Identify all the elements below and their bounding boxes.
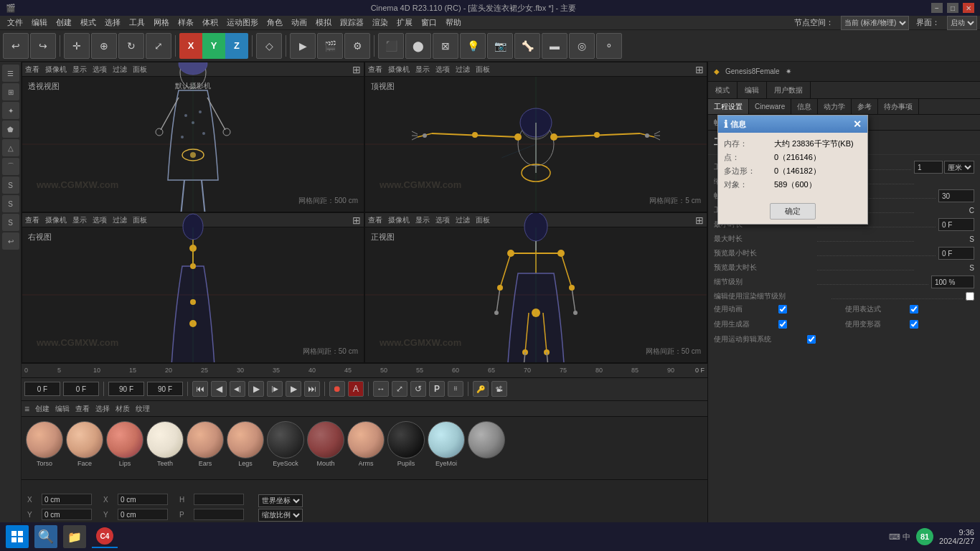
vp4-display[interactable]: 显示 (415, 215, 430, 225)
material-button[interactable]: ◎ (569, 33, 595, 59)
mat-texture[interactable]: 纹理 (136, 404, 150, 414)
vp1-view[interactable]: 查看 (25, 65, 39, 75)
mat-item-eyemoi[interactable]: EyeMoi (428, 421, 465, 475)
menu-mesh[interactable]: 网格 (149, 17, 174, 28)
dots-button[interactable]: ⠿ (448, 381, 463, 397)
menu-window[interactable]: 窗口 (417, 17, 441, 28)
mat-material[interactable]: 材质 (116, 404, 130, 414)
tab2-info[interactable]: 信息 (791, 99, 818, 114)
lp-btn-2[interactable]: ⊞ (2, 83, 19, 100)
vp4-view[interactable]: 查看 (368, 215, 382, 225)
frame-field-2[interactable] (108, 382, 144, 396)
undo-button[interactable]: ↩ (3, 33, 29, 59)
next-key-button[interactable]: |▶ (267, 381, 283, 397)
prop-min-time-input[interactable] (938, 218, 974, 231)
prop-fps-input[interactable] (938, 189, 974, 202)
go-start-button[interactable]: ⏮ (192, 381, 208, 397)
motion-clip-button[interactable]: 📽 (491, 381, 507, 397)
sphere-button[interactable]: ⬤ (405, 33, 431, 59)
lp-btn-3[interactable]: ✦ (2, 102, 19, 119)
key-icon-button[interactable]: 🔑 (473, 381, 489, 397)
menu-create[interactable]: 创建 (52, 17, 76, 28)
vp2-view[interactable]: 查看 (368, 65, 382, 75)
menu-select[interactable]: 选择 (100, 17, 125, 28)
prop-render-lod-checkbox[interactable] (966, 292, 974, 301)
prop-preview-min-input[interactable] (938, 247, 974, 260)
frame-field-1[interactable] (63, 382, 99, 396)
menu-file[interactable]: 文件 (3, 17, 27, 28)
select-button[interactable]: ✛ (64, 33, 90, 59)
lp-btn-9[interactable]: S (2, 214, 19, 231)
P-button[interactable]: P (429, 381, 445, 397)
vp4-options[interactable]: 选项 (435, 215, 450, 225)
move-tool-button[interactable]: ↔ (373, 381, 389, 397)
next-frame-button[interactable]: ▶ (286, 381, 301, 397)
floor-button[interactable]: ▬ (542, 33, 567, 59)
light-button[interactable]: 💡 (460, 33, 486, 59)
info-ok-button[interactable]: 确定 (770, 203, 816, 220)
cylinder-button[interactable]: ⊠ (433, 33, 458, 59)
coord-y2-input[interactable] (118, 509, 168, 520)
axis-y-button[interactable]: Y (202, 33, 225, 59)
vp1-expand[interactable]: ⊞ (352, 64, 361, 75)
viewport-right-view[interactable]: 查看 摄像机 显示 选项 过滤 面板 ⊞ 右视图 (22, 212, 364, 363)
tab-mode[interactable]: 模式 (708, 82, 738, 98)
maximize-button[interactable]: □ (947, 3, 958, 13)
rotate-button[interactable]: ↻ (118, 33, 144, 59)
tab2-engineering[interactable]: 工程设置 (708, 99, 749, 114)
mat-item-face[interactable]: Face (66, 421, 103, 475)
auto-key-button[interactable]: A (348, 381, 364, 397)
lp-btn-4[interactable]: ⬟ (2, 121, 19, 138)
vp3-display[interactable]: 显示 (72, 215, 87, 225)
scale-tool-button[interactable]: ⤢ (392, 381, 407, 397)
vp3-options[interactable]: 选项 (93, 215, 107, 225)
vp1-display[interactable]: 显示 (72, 65, 87, 75)
node-space-select[interactable]: 当前 (标准/物理) (841, 16, 909, 30)
minimize-button[interactable]: − (931, 3, 943, 13)
vp3-expand[interactable]: ⊞ (352, 215, 361, 226)
coord-y-input[interactable] (42, 509, 92, 520)
tab2-todo[interactable]: 待办事项 (878, 99, 919, 114)
move-button[interactable]: ⊕ (91, 33, 117, 59)
viewport-front-view[interactable]: 查看 摄像机 显示 选项 过滤 面板 ⊞ 正视图 (364, 212, 707, 363)
mat-menu-icon[interactable]: ≡ (24, 404, 29, 414)
vp2-expand[interactable]: ⊞ (695, 64, 704, 75)
taskbar-c4d-button[interactable]: C4 (92, 525, 118, 548)
mat-create[interactable]: 创建 (35, 404, 50, 414)
coord-p-input[interactable] (194, 509, 244, 520)
prop-scale-unit[interactable]: 厘米 (944, 161, 974, 174)
coord-h-input[interactable] (194, 494, 244, 505)
snap-button[interactable]: ⚬ (596, 33, 622, 59)
prev-frame-button[interactable]: ◀ (211, 381, 227, 397)
vp3-view[interactable]: 查看 (25, 215, 39, 225)
scale-ratio-select[interactable]: 缩放比例 (258, 509, 303, 522)
camera-button[interactable]: 📷 (487, 33, 513, 59)
mat-item-legs[interactable]: Legs (227, 421, 264, 475)
tab2-cineware[interactable]: Cineware (749, 99, 791, 114)
timeline-ruler[interactable]: 0 5 10 15 20 25 30 35 40 45 50 55 60 65 … (22, 364, 707, 378)
vp2-camera[interactable]: 摄像机 (388, 65, 410, 75)
cube-button[interactable]: ⬛ (378, 33, 404, 59)
lp-btn-7[interactable]: S (2, 176, 19, 194)
lp-btn-10[interactable]: ↩ (2, 232, 19, 250)
frame-field-3[interactable] (147, 382, 183, 396)
redo-button[interactable]: ↪ (30, 33, 56, 59)
mat-view[interactable]: 查看 (75, 404, 90, 414)
menu-volume[interactable]: 体积 (198, 17, 222, 28)
render-preview-button[interactable]: ▶ (290, 33, 316, 59)
close-button[interactable]: ✕ (963, 3, 974, 13)
viewport-top-view[interactable]: 查看 摄像机 显示 选项 过滤 面板 ⊞ 顶视图 (364, 62, 707, 212)
mat-item-eyesock[interactable]: EyeSock (267, 421, 304, 475)
ui-select[interactable]: 启动 (947, 16, 977, 30)
menu-animate[interactable]: 动画 (287, 17, 311, 28)
info-dialog-titlebar[interactable]: ℹ 信息 ✕ (718, 116, 867, 133)
mat-select[interactable]: 选择 (95, 404, 110, 414)
mat-item-torso[interactable]: Torso (26, 421, 63, 475)
info-dialog-close-button[interactable]: ✕ (853, 118, 862, 130)
mat-item-lips[interactable]: Lips (106, 421, 143, 475)
menu-help[interactable]: 帮助 (441, 17, 466, 28)
tab2-dynamics[interactable]: 动力学 (818, 99, 852, 114)
lp-btn-8[interactable]: S (2, 195, 19, 212)
tab2-reference[interactable]: 参考 (852, 99, 878, 114)
axis-z-button[interactable]: Z (225, 33, 248, 59)
